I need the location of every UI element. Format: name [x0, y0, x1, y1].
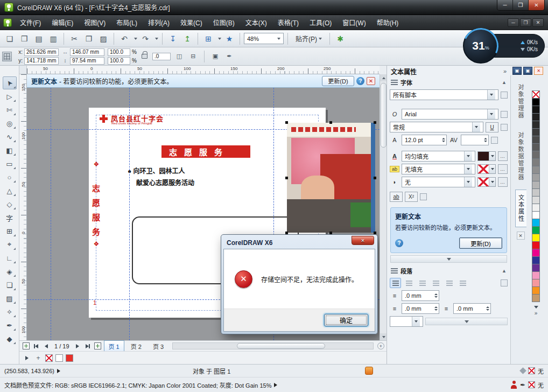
previous-page-icon[interactable]: [42, 342, 51, 350]
menu-arrange[interactable]: 排列(A): [143, 16, 174, 29]
palette-swatch[interactable]: [532, 188, 540, 197]
menu-help[interactable]: 帮助(H): [372, 16, 404, 29]
no-color-swatch[interactable]: [45, 354, 53, 362]
eyedropper-tool[interactable]: ✧: [3, 305, 17, 318]
align-force-button[interactable]: [444, 278, 455, 288]
print-icon[interactable]: ▥: [47, 32, 60, 45]
selection-handle[interactable]: [329, 121, 332, 124]
no-color-swatch[interactable]: [532, 90, 540, 99]
palette-swatch[interactable]: [532, 211, 540, 219]
palette-swatch[interactable]: [532, 196, 540, 204]
style-options-button[interactable]: [501, 124, 508, 131]
outline-type-select[interactable]: 无填充: [402, 164, 475, 174]
dialog-close-button[interactable]: ✕: [352, 236, 374, 245]
font-style-select[interactable]: 常规: [390, 122, 483, 132]
tab-object-manager[interactable]: 对象管理器: [515, 80, 526, 123]
palette-swatch[interactable]: [532, 106, 540, 114]
y-position-field[interactable]: 141.718 mm: [24, 57, 59, 65]
scale-x-field[interactable]: 100.0: [108, 48, 130, 56]
fill-color-swatch[interactable]: [477, 151, 496, 161]
list-style-select[interactable]: [390, 316, 423, 327]
align-left-button[interactable]: [390, 278, 401, 288]
doc-restore-button[interactable]: ❐: [520, 18, 531, 27]
kerning-spinner[interactable]: [461, 135, 489, 145]
fill-settings-button[interactable]: …: [498, 151, 508, 161]
text-tool[interactable]: 字: [3, 211, 17, 224]
update-help-icon[interactable]: ?: [395, 239, 403, 247]
small-caps-button[interactable]: ab: [390, 192, 403, 202]
char-more-button[interactable]: [420, 193, 427, 200]
palette-swatch[interactable]: [532, 98, 540, 106]
palette-swatch[interactable]: [532, 286, 540, 295]
menu-edit[interactable]: 编辑(E): [47, 16, 78, 29]
maximize-button[interactable]: ❐: [513, 0, 529, 10]
doc-minimize-button[interactable]: ─: [508, 18, 519, 27]
outline-color-swatch[interactable]: [477, 164, 496, 174]
smart-fill-tool[interactable]: ◧: [3, 144, 17, 157]
palette-swatch[interactable]: [532, 181, 540, 189]
profile-expand-icon[interactable]: [274, 383, 277, 387]
ellipse-tool[interactable]: ○: [3, 171, 17, 184]
copy-icon[interactable]: ❐: [82, 32, 95, 45]
save-icon[interactable]: ▤: [32, 32, 45, 45]
lock-ratio-icon[interactable]: [142, 54, 147, 59]
x-position-field[interactable]: 261.626 mm: [24, 48, 59, 56]
page-tab-3[interactable]: 页 3: [148, 340, 168, 352]
size-options-button[interactable]: [491, 137, 498, 144]
align-none-button[interactable]: [457, 278, 468, 288]
zoom-level-select[interactable]: 48%: [244, 33, 284, 44]
ruler-origin-corner[interactable]: [19, 66, 27, 74]
palette-swatch[interactable]: [532, 158, 540, 166]
last-page-icon[interactable]: [83, 342, 92, 350]
paragraph-section-header[interactable]: 段落 ▲: [387, 265, 510, 277]
snap-to-dropdown[interactable]: 贴齐(P): [292, 33, 326, 44]
import-icon[interactable]: ↧: [166, 32, 179, 45]
background-settings-button[interactable]: …: [498, 177, 508, 187]
rectangle-tool[interactable]: ▭: [3, 157, 17, 170]
align-right-button[interactable]: [417, 278, 428, 288]
options-icon[interactable]: ✱: [334, 32, 347, 45]
section-collapse-icon[interactable]: ▲: [502, 80, 507, 85]
gauge-circle[interactable]: 31 %: [463, 28, 498, 64]
page-tab-2[interactable]: 页 2: [126, 340, 146, 352]
close-button[interactable]: ✕: [529, 0, 544, 10]
update-text-button[interactable]: 更新(D): [322, 76, 354, 86]
palette-swatch[interactable]: [532, 204, 540, 212]
ok-button[interactable]: 确定: [324, 314, 368, 326]
wrap-text-icon[interactable]: ▣: [210, 51, 221, 62]
font-options-button[interactable]: [501, 111, 508, 118]
redo-icon[interactable]: ↷: [139, 32, 152, 45]
palette-swatch[interactable]: [532, 241, 540, 249]
palette-swatch[interactable]: [532, 294, 540, 302]
character-section-header[interactable]: 字体 ▲: [387, 76, 510, 88]
color-picker-icon[interactable]: +: [34, 354, 43, 362]
app-launcher-icon[interactable]: ⊞: [202, 32, 215, 45]
palette-swatch[interactable]: [532, 271, 540, 279]
align-center-button[interactable]: [403, 278, 414, 288]
status-notification-icon[interactable]: [365, 367, 373, 375]
font-select[interactable]: Arial: [402, 109, 498, 120]
palette-swatch[interactable]: [532, 173, 540, 181]
title-bar[interactable]: CorelDRAW X6 (64 位) - [F:\红十字会4_志愿服务.cdr…: [0, 0, 548, 15]
undo-icon[interactable]: ↶: [118, 32, 131, 45]
vertical-scroll-thumb[interactable]: [381, 83, 387, 148]
rotation-angle-field[interactable]: .0: [152, 53, 171, 60]
palette-swatch[interactable]: [532, 234, 540, 242]
fill-type-select[interactable]: 均匀填充: [402, 151, 475, 162]
grid-icon[interactable]: [2, 52, 12, 61]
section-collapse-icon[interactable]: ▲: [502, 268, 507, 274]
paragraph-more-button[interactable]: [501, 279, 508, 286]
dialog-title-bar[interactable]: CorelDRAW X6 ✕: [223, 237, 375, 249]
crop-tool[interactable]: ✄: [3, 103, 17, 116]
blend-tool[interactable]: ◈: [3, 265, 17, 278]
doc-close-button[interactable]: ✕: [532, 18, 544, 27]
palette-swatch[interactable]: [532, 279, 540, 287]
page-tab-1[interactable]: 页 1: [104, 340, 124, 352]
tab-text-properties[interactable]: 文本属性: [515, 190, 526, 227]
menu-file[interactable]: 文件(F): [15, 16, 46, 29]
next-page-icon[interactable]: [73, 342, 82, 350]
palette-swatch[interactable]: [532, 256, 540, 264]
basic-shapes-tool[interactable]: ◇: [3, 198, 17, 211]
mirror-horizontal-icon[interactable]: ◫: [174, 51, 185, 62]
palette-swatch[interactable]: [532, 249, 540, 257]
